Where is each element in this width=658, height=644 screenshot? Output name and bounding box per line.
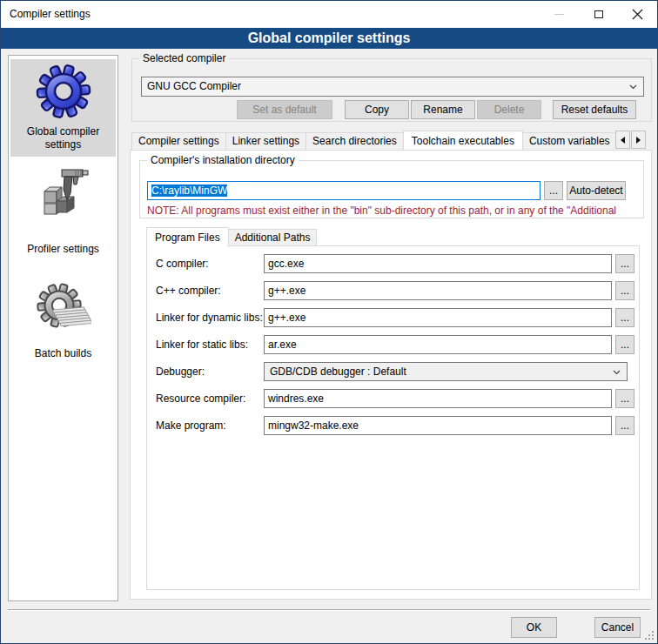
linker-static-input[interactable]: ar.exe — [264, 335, 612, 354]
compiler-settings-dialog: Compiler settings Global compiler settin… — [0, 0, 658, 644]
browse-directory-button[interactable]: ... — [544, 181, 563, 200]
caliper-icon — [36, 164, 91, 219]
compiler-select-value: GNU GCC Compiler — [147, 80, 241, 92]
field-value: windres.exe — [268, 392, 324, 405]
linker-dynamic-input[interactable]: g++.exe — [264, 308, 612, 327]
cpp-compiler-label: C++ compiler: — [156, 281, 221, 300]
copy-button[interactable]: Copy — [345, 100, 409, 119]
tab-scroll-left-button[interactable] — [615, 131, 630, 149]
auto-detect-button[interactable]: Auto-detect — [567, 181, 626, 200]
installation-directory-group: Compiler's installation directory C:\ray… — [139, 160, 644, 218]
selected-compiler-group: Selected compiler GNU GCC Compiler Set a… — [131, 58, 652, 122]
debugger-label: Debugger: — [156, 362, 205, 381]
toolchain-executables-page: Compiler's installation directory C:\ray… — [130, 150, 652, 600]
field-value: ar.exe — [268, 339, 297, 351]
settings-category-sidebar: Global compiler settings — [8, 55, 118, 601]
bin-subdirectory-note: NOTE: All programs must exist either in … — [147, 205, 640, 217]
sidebar-item-global-compiler-settings[interactable]: Global compiler settings — [10, 59, 116, 157]
minimize-button[interactable] — [540, 1, 579, 28]
browse-button[interactable]: ... — [615, 281, 634, 300]
browse-button[interactable]: ... — [615, 308, 634, 327]
reset-defaults-button[interactable]: Reset defaults — [553, 100, 636, 119]
c-compiler-input[interactable]: gcc.exe — [264, 254, 612, 273]
c-compiler-label: C compiler: — [156, 254, 209, 273]
tab-additional-paths[interactable]: Additional Paths — [228, 229, 318, 246]
browse-button[interactable]: ... — [615, 389, 634, 408]
tab-custom-variables[interactable]: Custom variables — [522, 132, 615, 150]
tab-linker-settings[interactable]: Linker settings — [225, 132, 306, 150]
settings-tabstrip: Compiler settings Linker settings Search… — [131, 130, 615, 150]
make-program-input[interactable]: mingw32-make.exe — [264, 416, 612, 435]
tab-search-directories[interactable]: Search directories — [306, 132, 404, 150]
selected-text: C:\raylib\MinGW — [151, 184, 227, 197]
debugger-select[interactable]: GDB/CDB debugger : Default — [264, 362, 628, 381]
close-icon — [632, 9, 643, 20]
debugger-select-value: GDB/CDB debugger : Default — [270, 366, 406, 378]
set-as-default-button[interactable]: Set as default — [237, 100, 332, 119]
blue-gear-icon — [36, 64, 91, 119]
browse-button[interactable]: ... — [615, 416, 634, 435]
arrow-right-icon — [636, 137, 641, 144]
delete-button[interactable]: Delete — [477, 100, 541, 119]
field-value: g++.exe — [268, 312, 306, 324]
tab-compiler-settings[interactable]: Compiler settings — [131, 132, 226, 150]
program-files-tabstrip: Program Files Additional Paths — [146, 226, 317, 246]
ok-button[interactable]: OK — [511, 617, 557, 638]
maximize-button[interactable] — [579, 1, 618, 28]
sidebar-item-label: Global compiler settings — [10, 125, 116, 151]
compiler-select[interactable]: GNU GCC Compiler — [141, 77, 644, 97]
resource-compiler-input[interactable]: windres.exe — [264, 389, 612, 408]
linker-dynamic-label: Linker for dynamic libs: — [156, 308, 263, 327]
titlebar: Compiler settings — [1, 1, 657, 28]
field-value: mingw32-make.exe — [268, 419, 359, 432]
sidebar-item-batch-builds[interactable]: Batch builds — [10, 280, 116, 360]
rename-button[interactable]: Rename — [411, 100, 475, 119]
field-value: gcc.exe — [268, 258, 304, 270]
installation-directory-input[interactable]: C:\raylib\MinGW — [147, 181, 540, 200]
make-program-label: Make program: — [156, 416, 226, 435]
tab-toolchain-executables[interactable]: Toolchain executables — [403, 131, 523, 150]
minimize-icon — [554, 14, 564, 15]
arrow-left-icon — [621, 137, 625, 144]
program-files-panel: C compiler: gcc.exe ... C++ compiler: g+… — [146, 245, 640, 590]
group-label: Selected compiler — [139, 52, 229, 64]
resize-grip[interactable] — [643, 629, 655, 641]
browse-button[interactable]: ... — [615, 254, 634, 273]
browse-button[interactable]: ... — [615, 335, 634, 354]
group-label: Compiler's installation directory — [147, 154, 299, 166]
chevron-down-icon — [613, 370, 621, 375]
page-title: Global compiler settings — [1, 28, 657, 49]
resource-compiler-label: Resource compiler: — [156, 389, 245, 408]
sidebar-item-label: Batch builds — [10, 347, 116, 360]
sidebar-item-profiler-settings[interactable]: Profiler settings — [10, 164, 116, 256]
chevron-down-icon — [629, 84, 637, 90]
field-value: g++.exe — [268, 285, 306, 297]
close-button[interactable] — [618, 1, 657, 28]
maximize-icon — [594, 10, 603, 18]
tab-scroll-right-button[interactable] — [631, 131, 646, 149]
linker-static-label: Linker for static libs: — [156, 335, 248, 354]
cpp-compiler-input[interactable]: g++.exe — [264, 281, 612, 300]
sidebar-item-label: Profiler settings — [10, 243, 116, 256]
cancel-button[interactable]: Cancel — [594, 617, 641, 638]
window-title: Compiler settings — [10, 1, 91, 28]
tab-program-files[interactable]: Program Files — [146, 227, 229, 247]
gray-gear-stack-icon — [36, 280, 91, 336]
caption-buttons — [540, 1, 657, 28]
footer-divider — [8, 609, 650, 611]
